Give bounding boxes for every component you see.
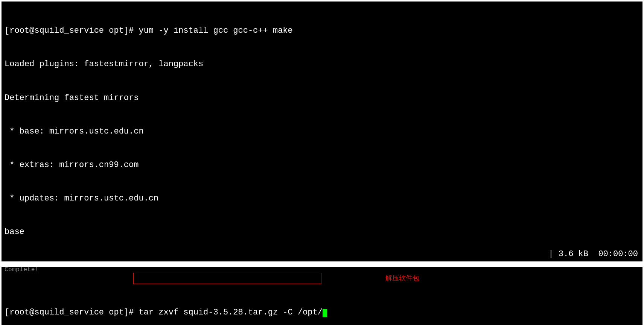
terminal-line: * base: mirrors.ustc.edu.cn xyxy=(5,126,639,137)
terminal-line: * updates: mirrors.ustc.edu.cn xyxy=(5,193,639,204)
command-text: tar zxvf squid-3.5.28.tar.gz -C /opt/ xyxy=(139,308,322,317)
terminal-line: Loaded plugins: fastestmirror, langpacks xyxy=(5,59,639,70)
download-status: | 3.6 kB 00:00:00 xyxy=(548,249,638,260)
terminal-line: Determining fastest mirrors xyxy=(5,93,639,104)
terminal-line: [root@squild_service opt]# yum -y instal… xyxy=(5,25,639,36)
annotation-tar: 解压软件包 xyxy=(385,273,419,282)
terminal-line: * extras: mirrors.cn99.com xyxy=(5,159,639,171)
terminal-block-yum: [root@squild_service opt]# yum -y instal… xyxy=(2,2,642,261)
cursor-icon xyxy=(323,309,327,317)
terminal-block-tar: Complete! [root@squild_service opt]# tar… xyxy=(2,267,642,325)
terminal-line: [root@squild_service opt]# tar zxvf squi… xyxy=(5,307,639,318)
truncated-text: Complete! xyxy=(5,266,39,274)
shell-prompt: [root@squild_service opt]# xyxy=(5,26,139,35)
shell-prompt: [root@squild_service opt]# xyxy=(5,308,139,317)
terminal-line: base xyxy=(5,226,639,238)
highlight-box xyxy=(133,273,321,284)
command-text: yum -y install gcc gcc-c++ make xyxy=(139,26,292,35)
